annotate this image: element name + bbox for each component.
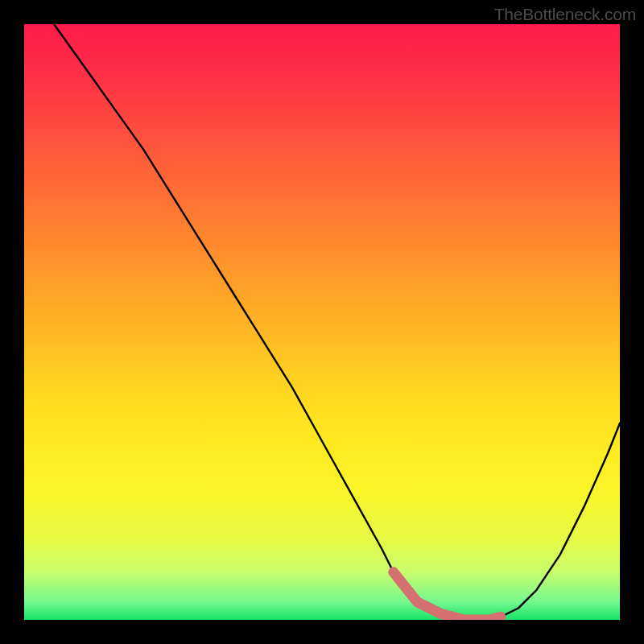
bottleneck-curve (54, 24, 620, 620)
chart-frame: TheBottleneck.com (0, 0, 644, 644)
watermark: TheBottleneck.com (494, 5, 636, 24)
plot-area (24, 24, 620, 620)
curve-layer (24, 24, 620, 620)
optimal-band-marker (394, 572, 501, 620)
